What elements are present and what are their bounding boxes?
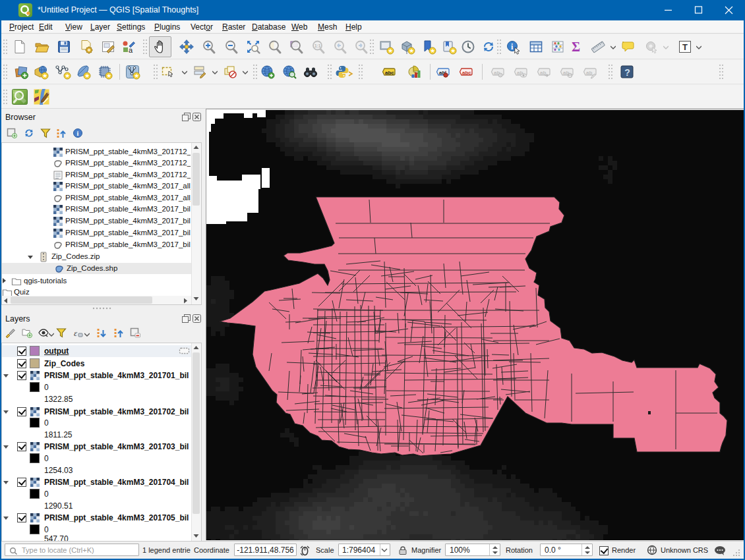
svg-text:ab: ab: [540, 70, 546, 76]
svg-text:1:1: 1:1: [314, 43, 321, 48]
svg-text:?: ?: [624, 67, 630, 78]
svg-text:abc: abc: [385, 70, 394, 76]
svg-text:T: T: [682, 42, 688, 52]
svg-text:i: i: [77, 130, 79, 137]
svg-text:ab: ab: [586, 70, 592, 76]
svg-text:ε: ε: [74, 328, 78, 338]
svg-text:abc: abc: [462, 70, 471, 76]
svg-text:Σ: Σ: [572, 40, 580, 54]
